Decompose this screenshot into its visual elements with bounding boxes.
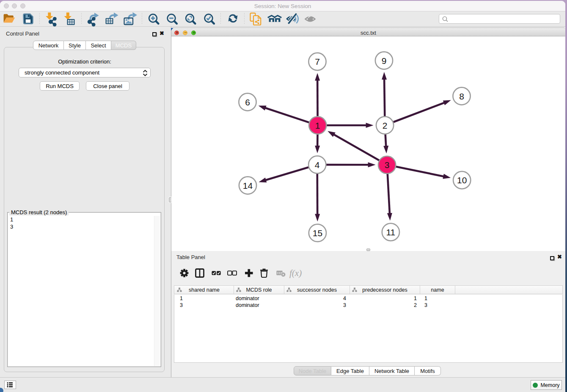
svg-text:11: 11 (386, 227, 395, 237)
svg-text:8: 8 (459, 91, 464, 101)
svg-text:6: 6 (245, 97, 250, 107)
svg-text:4: 4 (315, 160, 320, 170)
svg-text:7: 7 (315, 57, 320, 66)
svg-text:15: 15 (313, 228, 322, 238)
svg-text:f(x): f(x) (289, 268, 302, 278)
svg-text:1: 1 (315, 121, 320, 130)
svg-text:3: 3 (385, 160, 390, 170)
svg-text:10: 10 (457, 175, 467, 185)
svg-text:14: 14 (243, 181, 253, 190)
svg-text:2: 2 (383, 121, 388, 130)
svg-text:9: 9 (382, 56, 387, 66)
